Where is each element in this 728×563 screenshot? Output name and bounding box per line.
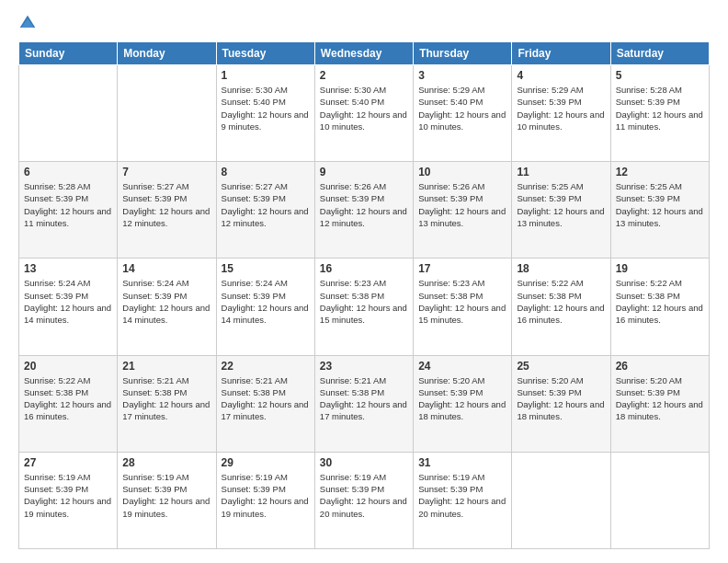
day-info: Sunrise: 5:20 AM Sunset: 5:39 PM Dayligh… xyxy=(517,374,605,423)
calendar-cell: 5Sunrise: 5:28 AM Sunset: 5:39 PM Daylig… xyxy=(610,65,709,162)
day-number: 11 xyxy=(517,166,605,178)
calendar-cell: 27Sunrise: 5:19 AM Sunset: 5:39 PM Dayli… xyxy=(19,452,118,548)
calendar-cell: 29Sunrise: 5:19 AM Sunset: 5:39 PM Dayli… xyxy=(216,452,314,548)
day-info: Sunrise: 5:19 AM Sunset: 5:39 PM Dayligh… xyxy=(24,471,112,520)
day-info: Sunrise: 5:23 AM Sunset: 5:38 PM Dayligh… xyxy=(418,277,506,326)
day-number: 1 xyxy=(222,69,310,82)
calendar-cell: 4Sunrise: 5:29 AM Sunset: 5:39 PM Daylig… xyxy=(512,65,610,162)
calendar-cell: 14Sunrise: 5:24 AM Sunset: 5:39 PM Dayli… xyxy=(118,259,216,355)
day-number: 14 xyxy=(122,262,210,275)
day-info: Sunrise: 5:22 AM Sunset: 5:38 PM Dayligh… xyxy=(517,277,605,326)
day-info: Sunrise: 5:22 AM Sunset: 5:38 PM Dayligh… xyxy=(24,374,112,423)
day-info: Sunrise: 5:26 AM Sunset: 5:39 PM Dayligh… xyxy=(418,180,506,229)
day-info: Sunrise: 5:25 AM Sunset: 5:39 PM Dayligh… xyxy=(616,180,704,229)
calendar-cell: 8Sunrise: 5:27 AM Sunset: 5:39 PM Daylig… xyxy=(216,162,314,259)
day-info: Sunrise: 5:22 AM Sunset: 5:38 PM Dayligh… xyxy=(616,277,704,326)
calendar-cell: 20Sunrise: 5:22 AM Sunset: 5:38 PM Dayli… xyxy=(19,355,118,452)
calendar-cell xyxy=(512,452,610,548)
day-info: Sunrise: 5:29 AM Sunset: 5:40 PM Dayligh… xyxy=(418,84,506,132)
day-number: 13 xyxy=(24,262,112,275)
day-header-thursday: Thursday xyxy=(414,42,512,65)
day-number: 24 xyxy=(418,360,506,373)
day-info: Sunrise: 5:21 AM Sunset: 5:38 PM Dayligh… xyxy=(122,374,210,423)
week-row-1: 6Sunrise: 5:28 AM Sunset: 5:39 PM Daylig… xyxy=(19,162,710,259)
calendar-cell xyxy=(610,452,709,548)
day-number: 9 xyxy=(320,166,408,178)
calendar-cell: 15Sunrise: 5:24 AM Sunset: 5:39 PM Dayli… xyxy=(216,259,314,355)
day-number: 16 xyxy=(320,262,408,275)
day-info: Sunrise: 5:24 AM Sunset: 5:39 PM Dayligh… xyxy=(222,277,310,326)
day-info: Sunrise: 5:27 AM Sunset: 5:39 PM Dayligh… xyxy=(122,180,210,229)
calendar-cell: 21Sunrise: 5:21 AM Sunset: 5:38 PM Dayli… xyxy=(118,355,216,452)
calendar-cell: 19Sunrise: 5:22 AM Sunset: 5:38 PM Dayli… xyxy=(610,259,709,355)
day-info: Sunrise: 5:26 AM Sunset: 5:39 PM Dayligh… xyxy=(320,180,408,229)
day-number: 8 xyxy=(222,166,310,178)
day-info: Sunrise: 5:21 AM Sunset: 5:38 PM Dayligh… xyxy=(320,374,408,423)
calendar-cell: 2Sunrise: 5:30 AM Sunset: 5:40 PM Daylig… xyxy=(314,65,413,162)
day-info: Sunrise: 5:19 AM Sunset: 5:39 PM Dayligh… xyxy=(418,471,506,520)
calendar-cell xyxy=(118,65,216,162)
calendar-cell: 22Sunrise: 5:21 AM Sunset: 5:38 PM Dayli… xyxy=(216,355,314,452)
logo-icon xyxy=(18,14,37,32)
day-number: 3 xyxy=(418,69,506,82)
day-info: Sunrise: 5:25 AM Sunset: 5:39 PM Dayligh… xyxy=(517,180,605,229)
day-number: 2 xyxy=(320,69,408,82)
day-number: 31 xyxy=(418,456,506,469)
day-info: Sunrise: 5:24 AM Sunset: 5:39 PM Dayligh… xyxy=(122,277,210,326)
day-header-wednesday: Wednesday xyxy=(314,42,413,65)
day-info: Sunrise: 5:21 AM Sunset: 5:38 PM Dayligh… xyxy=(222,374,310,423)
day-number: 21 xyxy=(122,360,210,373)
day-number: 10 xyxy=(418,166,506,178)
day-header-friday: Friday xyxy=(512,42,610,65)
logo xyxy=(18,14,40,32)
day-number: 7 xyxy=(122,166,210,178)
day-number: 18 xyxy=(517,262,605,275)
calendar-cell: 10Sunrise: 5:26 AM Sunset: 5:39 PM Dayli… xyxy=(414,162,512,259)
week-row-0: 1Sunrise: 5:30 AM Sunset: 5:40 PM Daylig… xyxy=(19,65,710,162)
day-header-tuesday: Tuesday xyxy=(216,42,314,65)
day-number: 30 xyxy=(320,456,408,469)
calendar-cell: 9Sunrise: 5:26 AM Sunset: 5:39 PM Daylig… xyxy=(314,162,413,259)
day-number: 23 xyxy=(320,360,408,373)
day-info: Sunrise: 5:20 AM Sunset: 5:39 PM Dayligh… xyxy=(418,374,506,423)
week-row-2: 13Sunrise: 5:24 AM Sunset: 5:39 PM Dayli… xyxy=(19,259,710,355)
day-info: Sunrise: 5:19 AM Sunset: 5:39 PM Dayligh… xyxy=(222,471,310,520)
calendar-table: SundayMondayTuesdayWednesdayThursdayFrid… xyxy=(18,41,710,549)
week-row-3: 20Sunrise: 5:22 AM Sunset: 5:38 PM Dayli… xyxy=(19,355,710,452)
calendar-cell: 1Sunrise: 5:30 AM Sunset: 5:40 PM Daylig… xyxy=(216,65,314,162)
day-info: Sunrise: 5:30 AM Sunset: 5:40 PM Dayligh… xyxy=(222,84,310,132)
calendar-cell: 17Sunrise: 5:23 AM Sunset: 5:38 PM Dayli… xyxy=(414,259,512,355)
day-number: 5 xyxy=(616,69,704,82)
day-number: 25 xyxy=(517,360,605,373)
calendar-cell: 6Sunrise: 5:28 AM Sunset: 5:39 PM Daylig… xyxy=(19,162,118,259)
day-number: 12 xyxy=(616,166,704,178)
day-info: Sunrise: 5:30 AM Sunset: 5:40 PM Dayligh… xyxy=(320,84,408,132)
calendar-cell: 7Sunrise: 5:27 AM Sunset: 5:39 PM Daylig… xyxy=(118,162,216,259)
calendar-cell: 31Sunrise: 5:19 AM Sunset: 5:39 PM Dayli… xyxy=(414,452,512,548)
day-number: 27 xyxy=(24,456,112,469)
day-header-saturday: Saturday xyxy=(610,42,709,65)
calendar-cell xyxy=(19,65,118,162)
calendar-cell: 24Sunrise: 5:20 AM Sunset: 5:39 PM Dayli… xyxy=(414,355,512,452)
day-info: Sunrise: 5:27 AM Sunset: 5:39 PM Dayligh… xyxy=(222,180,310,229)
day-number: 4 xyxy=(517,69,605,82)
day-info: Sunrise: 5:19 AM Sunset: 5:39 PM Dayligh… xyxy=(320,471,408,520)
day-info: Sunrise: 5:19 AM Sunset: 5:39 PM Dayligh… xyxy=(122,471,210,520)
calendar-header-row: SundayMondayTuesdayWednesdayThursdayFrid… xyxy=(19,42,710,65)
calendar-cell: 28Sunrise: 5:19 AM Sunset: 5:39 PM Dayli… xyxy=(118,452,216,548)
day-number: 29 xyxy=(222,456,310,469)
day-info: Sunrise: 5:29 AM Sunset: 5:39 PM Dayligh… xyxy=(517,84,605,132)
day-number: 19 xyxy=(616,262,704,275)
day-info: Sunrise: 5:28 AM Sunset: 5:39 PM Dayligh… xyxy=(616,84,704,132)
day-info: Sunrise: 5:20 AM Sunset: 5:39 PM Dayligh… xyxy=(616,374,704,423)
day-number: 20 xyxy=(24,360,112,373)
calendar-cell: 3Sunrise: 5:29 AM Sunset: 5:40 PM Daylig… xyxy=(414,65,512,162)
day-number: 28 xyxy=(122,456,210,469)
calendar-cell: 30Sunrise: 5:19 AM Sunset: 5:39 PM Dayli… xyxy=(314,452,413,548)
calendar-cell: 25Sunrise: 5:20 AM Sunset: 5:39 PM Dayli… xyxy=(512,355,610,452)
day-number: 17 xyxy=(418,262,506,275)
week-row-4: 27Sunrise: 5:19 AM Sunset: 5:39 PM Dayli… xyxy=(19,452,710,548)
day-header-monday: Monday xyxy=(118,42,216,65)
calendar-cell: 16Sunrise: 5:23 AM Sunset: 5:38 PM Dayli… xyxy=(314,259,413,355)
day-info: Sunrise: 5:23 AM Sunset: 5:38 PM Dayligh… xyxy=(320,277,408,326)
